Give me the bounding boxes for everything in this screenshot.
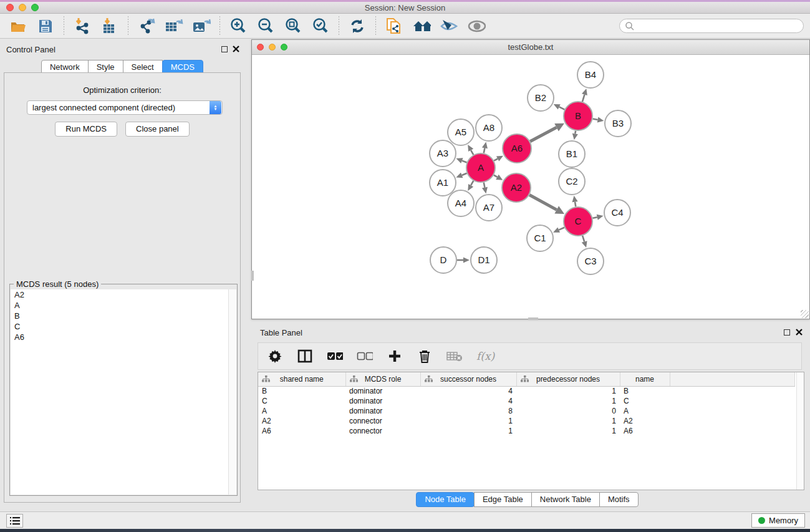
graph-edge-C-C2[interactable]	[572, 196, 578, 207]
graph-node-A4[interactable]: A4	[448, 190, 474, 216]
column-header-name[interactable]: name	[620, 372, 670, 386]
graph-edge-A-A3[interactable]	[456, 158, 467, 163]
table-row[interactable]: Bdominator41B	[258, 386, 794, 396]
column-header-predecessor-nodes[interactable]: predecessor nodes	[516, 372, 620, 386]
graph-node-C4[interactable]: C4	[604, 200, 630, 226]
graph-node-A3[interactable]: A3	[430, 140, 456, 167]
table-row[interactable]: A2connector11A2	[258, 416, 794, 426]
graph-edge-A-A4[interactable]	[468, 181, 473, 191]
graph-node-A[interactable]: A	[466, 153, 495, 182]
close-panel-button[interactable]: Close panel	[125, 122, 190, 137]
graph-node-A2[interactable]: A2	[502, 173, 531, 202]
mcds-result-item[interactable]: C	[11, 321, 228, 332]
graph-node-C2[interactable]: C2	[559, 168, 585, 195]
canvas-scroll-tick-left[interactable]	[251, 271, 254, 281]
graph-node-A5[interactable]: A5	[448, 119, 474, 145]
zoom-selected-icon[interactable]	[311, 17, 330, 36]
table-tab-network-table[interactable]: Network Table	[531, 492, 600, 507]
optimization-criterion-select[interactable]: largest connected component (directed) ▲…	[27, 100, 223, 115]
column-header-MCDS-role[interactable]: MCDS role	[345, 372, 420, 386]
graph-edge-B-B1[interactable]	[572, 131, 578, 140]
clone-network-icon[interactable]	[385, 17, 403, 36]
graph-edge-A-A6[interactable]	[494, 156, 503, 162]
table-row[interactable]: Cdominator41C	[258, 396, 794, 406]
network-window-titlebar[interactable]: testGlobe.txt	[252, 40, 809, 55]
graph-node-D1[interactable]: D1	[471, 247, 497, 273]
mcds-result-item[interactable]: A	[11, 300, 228, 311]
table-row[interactable]: A6connector11A6	[258, 426, 794, 436]
graph-edge-D-D1[interactable]	[457, 257, 470, 263]
network-canvas[interactable]: A5A8A3A6AA1A2A4A7B2B4BB3B1C2C4CC1C3DD1	[252, 55, 809, 319]
export-image-icon[interactable]	[192, 17, 211, 36]
export-table-icon[interactable]	[165, 17, 183, 36]
graph-edge-B-B2[interactable]	[554, 104, 565, 110]
table-tab-edge-table[interactable]: Edge Table	[474, 492, 532, 507]
column-header-successor-nodes[interactable]: successor nodes	[420, 372, 516, 386]
column-header-shared-name[interactable]: shared name	[258, 372, 345, 386]
mcds-result-scrollbar[interactable]	[229, 289, 236, 495]
graph-edge-C-C3[interactable]	[582, 236, 587, 248]
mcds-result-item[interactable]: B	[11, 311, 228, 321]
graph-edge-A6-B[interactable]	[530, 123, 564, 142]
table-tab-node-table[interactable]: Node Table	[416, 492, 475, 507]
graph-edge-B-B3[interactable]	[593, 117, 604, 122]
zoom-out-icon[interactable]	[256, 17, 275, 36]
show-graphics-details-icon[interactable]	[440, 17, 458, 36]
graph-node-C3[interactable]: C3	[577, 248, 604, 274]
open-session-icon[interactable]	[9, 17, 27, 36]
graph-edge-A-A7[interactable]	[482, 183, 488, 194]
mcds-result-item[interactable]: A6	[11, 332, 228, 342]
graph-node-B2[interactable]: B2	[528, 85, 554, 111]
table-row[interactable]: Adominator80A	[258, 406, 794, 416]
graph-node-A6[interactable]: A6	[503, 134, 531, 163]
graph-edge-B-B4[interactable]	[582, 89, 587, 102]
zoom-fit-icon[interactable]	[284, 17, 302, 36]
graph-edge-A-A5[interactable]	[468, 145, 473, 155]
home-icon[interactable]	[412, 17, 431, 36]
graph-node-A7[interactable]: A7	[476, 195, 502, 221]
graph-edge-A-A1[interactable]	[456, 173, 466, 178]
graph-edge-A-A8[interactable]	[482, 142, 488, 153]
float-table-panel-icon[interactable]	[784, 329, 790, 336]
graph-node-B3[interactable]: B3	[605, 110, 631, 137]
graph-edge-C-C1[interactable]	[553, 227, 564, 232]
import-table-icon[interactable]	[100, 17, 119, 36]
graph-edge-A2-C[interactable]	[529, 195, 564, 214]
birds-eye-view-icon[interactable]	[467, 17, 486, 36]
select-all-icon[interactable]	[327, 348, 343, 364]
import-network-icon[interactable]	[73, 17, 92, 36]
task-history-button[interactable]	[6, 514, 23, 528]
table-scrollbar[interactable]	[796, 372, 804, 490]
canvas-scroll-tick-bottom[interactable]	[528, 317, 538, 320]
float-panel-icon[interactable]	[221, 46, 228, 52]
search-input[interactable]	[619, 19, 804, 33]
zoom-in-icon[interactable]	[229, 17, 248, 36]
graph-node-C[interactable]: C	[564, 207, 592, 236]
refresh-icon[interactable]	[348, 17, 367, 36]
graph-edge-C-C4[interactable]	[592, 215, 603, 220]
graph-node-B[interactable]: B	[564, 102, 592, 130]
graph-node-A1[interactable]: A1	[430, 170, 456, 196]
node-table-grid[interactable]: shared nameMCDS rolesuccessor nodesprede…	[258, 372, 795, 436]
run-mcds-button[interactable]: Run MCDS	[55, 122, 117, 137]
window-resize-grip[interactable]	[801, 310, 809, 318]
graph-node-C1[interactable]: C1	[527, 225, 553, 251]
deselect-all-icon[interactable]	[357, 348, 373, 364]
function-builder-icon[interactable]: f(x)	[476, 350, 494, 362]
graph-edge-A-A2[interactable]	[494, 175, 503, 180]
graph-node-A8[interactable]: A8	[476, 115, 502, 141]
export-network-icon[interactable]	[137, 17, 156, 36]
table-tab-motifs[interactable]: Motifs	[599, 492, 639, 507]
save-session-icon[interactable]	[36, 17, 55, 36]
close-table-panel-icon[interactable]	[796, 329, 803, 336]
gear-icon[interactable]	[267, 348, 283, 364]
graph-node-B1[interactable]: B1	[559, 141, 585, 167]
graph-node-B4[interactable]: B4	[577, 62, 604, 88]
add-column-icon[interactable]	[387, 348, 403, 364]
mcds-result-list[interactable]: A2ABCA6	[11, 289, 229, 495]
delete-table-icon[interactable]	[446, 348, 463, 364]
delete-column-icon[interactable]	[417, 348, 433, 364]
memory-button[interactable]: Memory	[751, 513, 805, 528]
close-panel-icon[interactable]	[233, 46, 239, 52]
mcds-result-item[interactable]: A2	[11, 289, 228, 300]
